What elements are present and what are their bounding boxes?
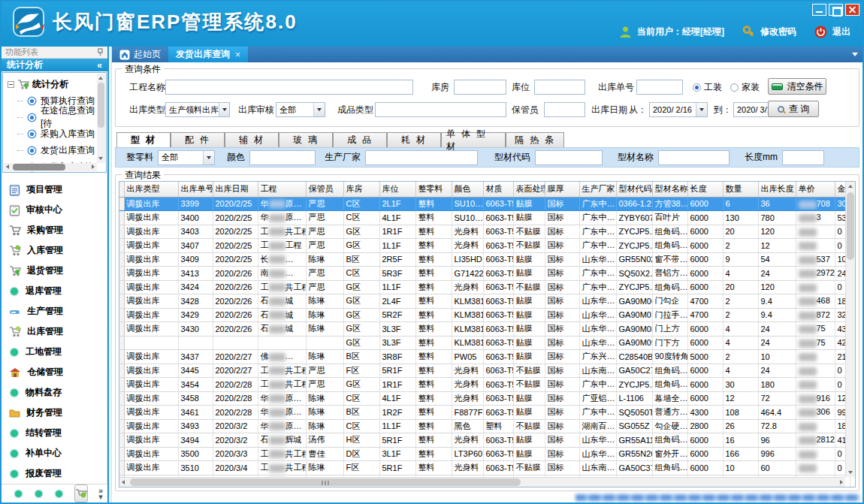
table-row[interactable]: 调拨出库34612020/2/28华原…陈琳B区1R2F整料F8877FT606… [119, 406, 850, 420]
search-button[interactable]: 查 询 [768, 101, 819, 117]
column-header[interactable]: 材质 [483, 182, 513, 197]
tree-item[interactable]: 在途信息查询[待 [8, 109, 97, 125]
tree-expander-icon[interactable] [8, 81, 14, 88]
menu-item-入库管理[interactable]: 入库管理 [9, 240, 107, 261]
table-row[interactable]: 调拨出库34002020/2/25华原…严思C区4L1F整料SU10…6063-… [119, 211, 850, 225]
menu-item-审核中心[interactable]: 审核中心 [9, 200, 107, 220]
menu-item-采购管理[interactable]: 采购管理 [9, 220, 107, 240]
column-header[interactable]: 保管员 [306, 182, 343, 197]
radio-home-option[interactable]: 家装 [730, 80, 760, 95]
length-input[interactable] [782, 150, 824, 165]
whole-piece-select[interactable]: 全部 [158, 150, 215, 165]
maker-input[interactable] [365, 150, 478, 165]
quick-dot-button-3[interactable] [54, 489, 64, 499]
table-row[interactable]: 调拨出库34372020/2/27佛…陈琳B区3R8F整料PW056063-T5… [119, 350, 850, 364]
menu-item-补单中心[interactable]: 补单中心 [9, 443, 107, 463]
table-row[interactable]: 调拨出库34132020/2/26南…严思C区5R3F整料G714226063-… [119, 267, 850, 281]
table-row[interactable]: 调拨出库35102020/3/4工共工程陈琳F区5R1F整料光身料6063-T5… [119, 461, 850, 475]
table-row[interactable]: 调拨出库34292020/2/26石城陈琳G区5R2F整料KLM38176063… [119, 308, 850, 322]
menu-item-财务管理[interactable]: 财务管理 [9, 403, 107, 423]
table-row[interactable]: 调拨出库34932020/3/2华原…陈琳C区1L1F整料黑色塑料不贴膜国标湖南… [119, 419, 850, 433]
logout-link[interactable]: 退出 [832, 26, 850, 38]
sidebar-section-header[interactable]: 统计分析 « [2, 59, 107, 71]
column-header[interactable]: 长度 [687, 182, 723, 197]
tree-root-statistics[interactable]: 统计分析 [8, 76, 97, 92]
menu-item-物料盘存[interactable]: 物料盘存 [9, 382, 107, 403]
grid-horizontal-scrollbar[interactable] [119, 477, 845, 487]
menu-item-结转管理[interactable]: 结转管理 [9, 423, 107, 443]
table-row[interactable]: 调拨出库34282020/2/26石城陈琳G区2L4F整料KLM38176063… [119, 294, 850, 309]
menu-item-退库管理[interactable]: 退库管理 [9, 281, 107, 301]
table-row[interactable]: 调拨出库33992020/2/25华原…严思C区2L1F整料SU10…6063-… [119, 197, 850, 211]
column-header[interactable]: 出库日期 [213, 182, 258, 197]
column-header[interactable]: 型材代码 [616, 182, 652, 197]
material-tab-6[interactable]: 耗材 [387, 132, 441, 147]
table-row[interactable]: 调拨出库34542020/2/28工共工程严思G区1R1F整料光身料6063-T… [119, 378, 850, 392]
product-type-input[interactable] [375, 102, 506, 117]
quick-dot-button-1[interactable] [14, 489, 23, 499]
table-row[interactable]: 调拨出库34242020/2/26工共工程严思G区1L1F整料光身料6063-T… [119, 280, 850, 294]
menu-item-仓储管理[interactable]: 仓储管理 [9, 362, 107, 382]
material-tab-4[interactable]: 玻璃 [279, 132, 333, 147]
material-tab-1[interactable]: 型材 [116, 132, 171, 147]
outbound-audit-select[interactable]: 全部 [276, 102, 325, 117]
table-row[interactable]: G区3L3F整料KLM38176063-T5贴膜国标山东华…GA90M09.门下… [119, 336, 850, 350]
order-no-input[interactable] [636, 80, 683, 95]
clear-conditions-button[interactable]: 清空条件 [768, 78, 826, 95]
tab-close-icon[interactable]: × [234, 50, 240, 60]
profile-code-input[interactable] [535, 150, 603, 165]
column-header[interactable]: 出库单号 [178, 182, 213, 197]
column-header[interactable]: 数量 [723, 182, 758, 197]
material-tab-2[interactable]: 配件 [171, 132, 225, 147]
quick-dot-button-2[interactable] [34, 489, 44, 499]
menu-item-工地管理[interactable]: 工地管理 [9, 342, 107, 362]
menu-item-生产管理[interactable]: 生产管理 [9, 301, 107, 321]
color-input[interactable] [249, 150, 316, 165]
collapse-chevrons-icon[interactable]: « [97, 60, 102, 71]
column-header[interactable]: 库房 [343, 182, 379, 197]
menu-item-退货管理[interactable]: 退货管理 [9, 261, 107, 281]
profile-name-input[interactable] [658, 150, 730, 165]
radio-work-icon[interactable] [693, 83, 701, 92]
menu-item-报废管理[interactable]: 报废管理 [9, 463, 107, 484]
table-row[interactable]: 调拨出库34452020/2/27工共工程严思F区5R1F整料光身料6063-T… [119, 364, 850, 378]
table-row[interactable]: 调拨出库35002020/3/3工共工程曹佳D区3L1F整料LT3P606063… [119, 447, 850, 461]
table-row[interactable]: 调拨出库34072020/2/25工工程严思G区1L1F整料光身料6063-T5… [119, 239, 850, 253]
column-header[interactable]: 工程 [258, 182, 306, 197]
table-row[interactable]: 调拨出库34942020/3/2石辉城汤伟H区5R1F整料光身料6063-T5贴… [119, 433, 850, 448]
keeper-input[interactable] [544, 102, 585, 117]
column-header[interactable]: 库位 [379, 182, 415, 197]
tree-horizontal-scrollbar[interactable] [4, 163, 97, 171]
expand-chevrons-icon[interactable]: »▾ [98, 487, 103, 499]
project-name-input[interactable] [165, 80, 413, 95]
material-tab-8[interactable]: 隔热条 [506, 132, 564, 147]
table-row[interactable]: 调拨出库34582020/2/28华原…陈琳C区4L1F整料光身料6063-T5… [119, 391, 850, 406]
column-header[interactable]: 出库长度 [758, 182, 796, 197]
column-header[interactable]: 生产厂家 [579, 182, 616, 197]
minimize-button[interactable] [812, 4, 826, 16]
date-from-select[interactable]: 2020/ 2/16 [649, 102, 708, 117]
location-input[interactable] [534, 80, 585, 95]
column-header[interactable]: 型材名称 [652, 182, 687, 197]
outbound-type-select[interactable]: 生产领料出库 [165, 102, 230, 117]
column-header[interactable]: 整零料 [415, 182, 452, 197]
close-button[interactable] [845, 4, 859, 16]
material-tab-7[interactable]: 单体型材 [441, 132, 506, 147]
pin-icon[interactable] [97, 48, 104, 56]
radio-home-icon[interactable] [730, 83, 739, 92]
column-header[interactable]: 表面处理 [513, 182, 545, 197]
menu-item-项目管理[interactable]: 项目管理 [9, 180, 107, 200]
menu-item-出库管理[interactable]: 出库管理 [9, 321, 107, 342]
cart-quick-button[interactable] [74, 484, 88, 502]
material-tab-3[interactable]: 辅材 [225, 132, 279, 147]
tree-item[interactable]: 发货出库查询 [8, 142, 97, 158]
column-header[interactable]: 膜厚 [545, 182, 579, 197]
column-header[interactable]: 颜色 [452, 182, 483, 197]
table-row[interactable]: 调拨出库34092020/2/25长…陈琳B区2R5F整料LI35HD6063-… [119, 252, 850, 267]
tab-list-caret-icon[interactable] [852, 53, 858, 56]
table-row[interactable]: 调拨出库34302020/2/26石城陈琳G区3L3F整料KLM38176063… [119, 322, 850, 337]
table-row[interactable]: 调拨出库34032020/2/25工共工程严思G区1R1F整料光身料6063-T… [119, 225, 850, 239]
warehouse-input[interactable] [454, 80, 506, 95]
radio-work-option[interactable]: 工装 [693, 80, 722, 95]
column-header[interactable]: 出库类型 [124, 182, 178, 197]
